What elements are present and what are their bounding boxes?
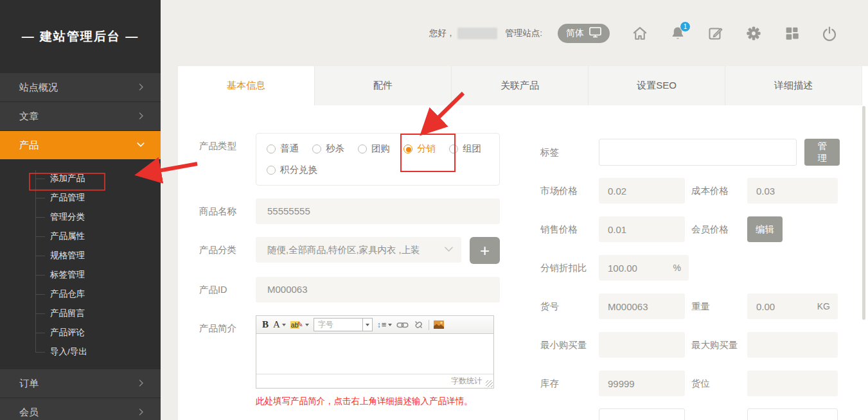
tab-basic-info[interactable]: 基本信息 xyxy=(178,66,315,105)
sidebar-item-product-attrs[interactable]: 产品属性 xyxy=(0,227,161,246)
edit-member-price-button[interactable]: 编辑 xyxy=(747,216,783,242)
sidebar-item-product-reviews[interactable]: 产品评论 xyxy=(0,323,161,342)
min-buy-input[interactable] xyxy=(599,332,685,358)
tab-accessories[interactable]: 配件 xyxy=(315,66,452,105)
sidebar-item-members[interactable]: 会员 xyxy=(0,398,161,420)
chevron-right-icon xyxy=(137,111,145,122)
chevron-right-icon xyxy=(137,407,145,418)
chevron-right-icon xyxy=(137,378,145,389)
extra-input-right[interactable] xyxy=(747,408,838,420)
sidebar-item-import-export[interactable]: 导入/导出 xyxy=(0,342,161,362)
add-category-button[interactable]: + xyxy=(470,237,500,264)
caret-down-icon xyxy=(282,324,286,326)
header-icon-group: 1 xyxy=(632,25,838,42)
stock-input[interactable] xyxy=(599,371,685,396)
vertical-scrollbar[interactable] xyxy=(862,106,865,320)
manage-tags-button[interactable]: 管理 xyxy=(804,139,840,166)
radio-icon xyxy=(267,166,276,175)
product-category-select[interactable]: 随便,全部商品,特价区,家具内衣 ,上装 xyxy=(256,237,461,263)
stock-label: 库存 xyxy=(540,378,599,390)
form-left-column: 产品类型 普通 秒杀 团购 分销 组团 积分兑换 商品名称 产品分类 xyxy=(199,133,506,407)
font-size-select[interactable]: 字号 xyxy=(314,318,373,331)
tab-bar: 基本信息 配件 关联产品 设置SEO 详细描述 xyxy=(178,66,862,105)
sidebar-item-product-message[interactable]: 产品留言 xyxy=(0,304,161,323)
market-price-input[interactable] xyxy=(599,178,685,204)
home-icon[interactable] xyxy=(632,25,648,42)
cost-price-input[interactable] xyxy=(747,178,838,204)
chevron-right-icon xyxy=(137,82,145,93)
tab-related-products[interactable]: 关联产品 xyxy=(452,66,589,105)
sidebar-item-tag-manage[interactable]: 标签管理 xyxy=(0,265,161,284)
tag-input[interactable] xyxy=(599,139,797,166)
main-content: 基本信息 配件 关联产品 设置SEO 详细描述 产品类型 普通 秒杀 团购 分销… xyxy=(178,66,868,420)
unlink-icon[interactable] xyxy=(413,319,424,330)
apps-grid-icon[interactable] xyxy=(783,25,800,42)
line-height-button[interactable]: ↕≡ xyxy=(377,320,393,329)
censored-username xyxy=(457,28,497,39)
tab-detailed-description[interactable]: 详细描述 xyxy=(725,66,862,105)
weight-input[interactable] xyxy=(747,293,838,319)
word-count-label: 字数统计 xyxy=(451,376,482,387)
sidebar-item-site-overview[interactable]: 站点概况 xyxy=(0,73,161,102)
product-intro-label: 产品简介 xyxy=(199,315,256,389)
rich-text-editor: B A ab✎ 字号 ↕≡ xyxy=(256,315,494,389)
caret-down-icon xyxy=(388,324,392,326)
updown-arrows-icon: ↕ xyxy=(377,320,381,329)
bell-icon[interactable]: 1 xyxy=(669,25,686,42)
radio-team[interactable]: 组团 xyxy=(449,143,481,155)
highlight-button[interactable]: ab✎ xyxy=(290,320,309,329)
radio-icon xyxy=(449,144,458,153)
sidebar-item-product-manage[interactable]: 产品管理 xyxy=(0,188,161,207)
toolbar-divider xyxy=(429,320,429,330)
resize-handle[interactable] xyxy=(486,380,493,387)
sidebar-item-add-product[interactable]: 添加产品 xyxy=(0,169,161,188)
product-type-label: 产品类型 xyxy=(199,133,256,186)
editor-toolbar: B A ab✎ 字号 ↕≡ xyxy=(256,316,493,334)
radio-icon xyxy=(358,144,367,153)
member-price-label: 会员价格 xyxy=(691,223,747,236)
sidebar-item-product-store[interactable]: 产品仓库 xyxy=(0,284,161,304)
cost-price-label: 成本价格 xyxy=(691,185,747,197)
sale-price-label: 销售价格 xyxy=(540,223,599,236)
sale-price-input[interactable] xyxy=(599,216,685,242)
sidebar: — 建站管理后台 — 站点概况 文章 产品 添加产品 产品管理 管理分类 产品属… xyxy=(0,0,161,420)
location-input[interactable] xyxy=(747,371,838,396)
radio-distribution[interactable]: 分销 xyxy=(403,143,436,155)
edit-icon[interactable] xyxy=(707,25,724,42)
product-id-input[interactable] xyxy=(256,277,500,302)
radio-normal[interactable]: 普通 xyxy=(267,143,299,155)
radio-icon xyxy=(312,144,321,153)
distribution-discount-label: 分销折扣比 xyxy=(540,262,599,274)
product-name-label: 商品名称 xyxy=(199,198,256,224)
caret-down-icon xyxy=(362,319,372,331)
power-icon[interactable] xyxy=(821,25,838,42)
distribution-discount-input[interactable] xyxy=(599,255,689,281)
sidebar-item-articles[interactable]: 文章 xyxy=(0,102,161,131)
link-icon[interactable] xyxy=(396,320,409,330)
sidebar-item-category-manage[interactable]: 管理分类 xyxy=(0,207,161,227)
product-name-input[interactable] xyxy=(256,198,500,224)
weight-label: 重量 xyxy=(691,301,747,313)
font-color-button[interactable]: A xyxy=(273,319,286,330)
extra-input-left[interactable] xyxy=(599,408,685,420)
radio-groupbuy[interactable]: 团购 xyxy=(358,143,390,155)
language-pill-button[interactable]: 简体 xyxy=(558,24,610,43)
app-title: — 建站管理后台 — xyxy=(0,0,161,73)
insert-image-icon[interactable] xyxy=(434,320,444,329)
sidebar-item-spec-manage[interactable]: 规格管理 xyxy=(0,246,161,265)
editor-text-area[interactable] xyxy=(256,334,493,374)
radio-seckill[interactable]: 秒杀 xyxy=(312,143,344,155)
pencil-icon: ✎ xyxy=(297,320,303,329)
sidebar-item-orders[interactable]: 订单 xyxy=(0,369,161,398)
gear-icon[interactable] xyxy=(745,25,762,42)
sidebar-item-products[interactable]: 产品 xyxy=(0,131,161,160)
location-label: 货位 xyxy=(691,378,747,390)
max-buy-input[interactable] xyxy=(747,332,838,358)
radio-points-exchange[interactable]: 积分兑换 xyxy=(267,164,317,176)
tab-seo-settings[interactable]: 设置SEO xyxy=(589,66,725,105)
form-right-column: 标签 管理 市场价格 成本价格 销售价格 会员价格 编辑 分销折扣比 % 货号 xyxy=(540,138,840,420)
caret-down-icon xyxy=(305,324,309,326)
sku-input[interactable] xyxy=(599,293,685,319)
manage-site-label: 管理站点: xyxy=(505,28,542,39)
bold-button[interactable]: B xyxy=(262,319,269,330)
